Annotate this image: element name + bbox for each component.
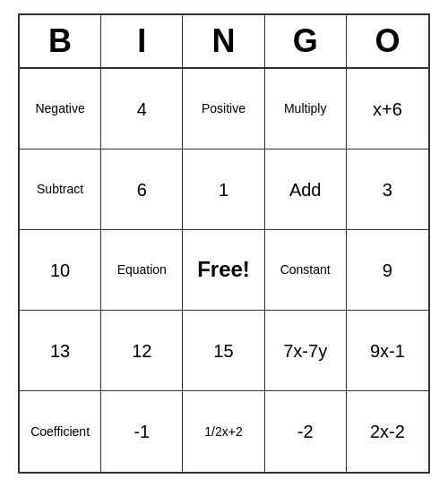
header-letter: I	[101, 15, 183, 67]
bingo-grid: Negative4PositiveMultiplyx+6Subtract61Ad…	[20, 69, 428, 472]
header-letter: B	[20, 15, 101, 67]
header-letter: G	[265, 15, 347, 67]
bingo-cell: Positive	[183, 69, 264, 150]
bingo-cell: 12	[101, 311, 183, 391]
bingo-cell: Free!	[183, 230, 264, 311]
bingo-cell: 15	[183, 311, 264, 391]
bingo-cell: Subtract	[20, 150, 101, 230]
bingo-cell: -1	[101, 391, 183, 472]
bingo-header: BINGO	[20, 15, 428, 69]
bingo-cell: Coefficient	[20, 391, 101, 472]
bingo-cell: 13	[20, 311, 101, 391]
bingo-cell: 1/2x+2	[183, 391, 264, 472]
bingo-cell: Add	[265, 150, 347, 230]
bingo-cell: 2x-2	[347, 391, 428, 472]
bingo-cell: 9	[347, 230, 428, 311]
header-letter: N	[183, 15, 264, 67]
bingo-cell: Equation	[101, 230, 183, 311]
bingo-cell: 6	[101, 150, 183, 230]
bingo-cell: 1	[183, 150, 264, 230]
bingo-cell: x+6	[347, 69, 428, 150]
bingo-cell: Constant	[265, 230, 347, 311]
bingo-cell: 10	[20, 230, 101, 311]
bingo-cell: Negative	[20, 69, 101, 150]
bingo-cell: 9x-1	[347, 311, 428, 391]
bingo-cell: -2	[265, 391, 347, 472]
bingo-cell: 4	[101, 69, 183, 150]
bingo-cell: Multiply	[265, 69, 347, 150]
header-letter: O	[347, 15, 428, 67]
bingo-card: BINGO Negative4PositiveMultiplyx+6Subtra…	[18, 13, 430, 474]
bingo-cell: 3	[347, 150, 428, 230]
bingo-cell: 7x-7y	[265, 311, 347, 391]
